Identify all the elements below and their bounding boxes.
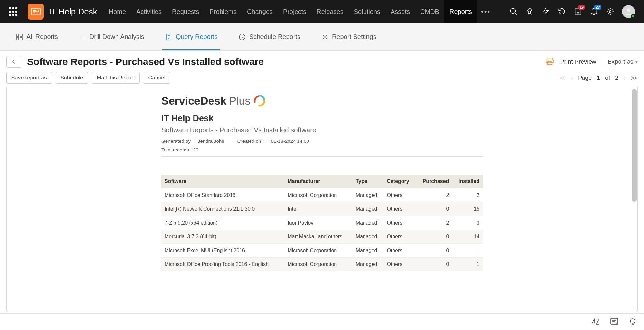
top-nav-problems[interactable]: Problems — [204, 0, 242, 23]
generated-by-value: Jendra John — [198, 138, 224, 144]
app-logo — [28, 4, 44, 20]
cancel-button[interactable]: Cancel — [144, 72, 170, 84]
cell: Others — [384, 230, 416, 244]
svg-point-10 — [324, 36, 326, 38]
cell: Managed — [353, 230, 384, 244]
title-row: Software Reports - Purchased Vs Installe… — [0, 51, 644, 69]
brand-logo: ServiceDesk Plus — [161, 94, 483, 107]
print-preview-link[interactable]: Print Preview — [560, 58, 601, 65]
app-launcher-icon[interactable] — [9, 7, 17, 16]
save-report-as-button[interactable]: Save report as — [6, 72, 52, 84]
pager-next-icon[interactable]: › — [623, 74, 626, 82]
notes-icon[interactable] — [609, 317, 619, 327]
svg-rect-7 — [20, 38, 22, 40]
print-preview-icon[interactable] — [545, 58, 554, 66]
cell: 1 — [452, 258, 483, 271]
top-nav-reports[interactable]: Reports — [444, 0, 477, 23]
svg-point-15 — [630, 319, 635, 323]
report-table: SoftwareManufacturerTypeCategoryPurchase… — [161, 175, 483, 271]
cell: 15 — [452, 202, 483, 216]
bulb-icon[interactable] — [628, 317, 638, 327]
bell-icon[interactable]: 27 — [590, 7, 598, 16]
svg-rect-5 — [20, 34, 22, 36]
sub-tab-drill-down-analysis[interactable]: Drill Down Analysis — [76, 23, 147, 50]
table-row: Microsoft Office Proofing Tools 2016 - E… — [161, 258, 483, 271]
cell: 3 — [452, 216, 483, 230]
top-nav-releases[interactable]: Releases — [311, 0, 348, 23]
svg-rect-4 — [16, 34, 19, 36]
cell: Others — [384, 202, 416, 216]
cell: Mercurial 3.7.3 (64-bit) — [161, 230, 284, 244]
cell: 7-Zip 9.20 (x64 edition) — [161, 216, 284, 230]
table-row: 7-Zip 9.20 (x64 edition)Igor PavlovManag… — [161, 216, 483, 230]
total-records-label: Total records : — [161, 147, 192, 152]
history-icon[interactable] — [558, 7, 566, 16]
presence-dot — [631, 14, 635, 18]
cell: 14 — [452, 230, 483, 244]
pin-icon[interactable] — [526, 7, 534, 16]
brand-light: Plus — [229, 95, 250, 107]
cell: Managed — [353, 188, 384, 202]
back-button[interactable] — [6, 56, 21, 68]
pager-first-icon[interactable]: ≪ — [559, 74, 566, 82]
report-subtitle: Software Reports - Purchased Vs Installe… — [161, 126, 483, 134]
total-records: Total records : 29 — [161, 147, 483, 157]
sub-tab-query-reports[interactable]: Query Reports — [162, 23, 220, 50]
top-nav-solutions[interactable]: Solutions — [349, 0, 385, 23]
sub-tab-all-reports[interactable]: All Reports — [13, 23, 61, 50]
sub-tab-schedule-reports[interactable]: Schedule Reports — [236, 23, 303, 50]
pager-prev-icon[interactable]: ‹ — [571, 74, 573, 82]
table-row: Intel(R) Network Connections 21.1.30.0In… — [161, 202, 483, 216]
cell: Microsoft Office Standard 2016 — [161, 188, 284, 202]
cell: Matt Mackall and others — [284, 230, 353, 244]
bolt-icon[interactable] — [542, 7, 550, 16]
top-nav-changes[interactable]: Changes — [242, 0, 278, 23]
app-title: IT Help Desk — [49, 7, 97, 17]
cell: Managed — [353, 258, 384, 271]
gear-icon[interactable] — [606, 7, 614, 16]
cell: Microsoft Corporation — [284, 188, 353, 202]
pager-last-icon[interactable]: ≫ — [631, 74, 638, 82]
svg-point-3 — [627, 8, 630, 12]
cell: Others — [384, 244, 416, 258]
top-nav-projects[interactable]: Projects — [278, 0, 311, 23]
bell-badge: 27 — [594, 5, 601, 10]
cell: 0 — [416, 258, 452, 271]
pager-current: 1 — [597, 75, 600, 81]
pager: ≪ ‹ Page 1 of 2 › ≫ — [559, 74, 638, 82]
sub-tab-report-settings[interactable]: Report Settings — [318, 23, 379, 50]
chevron-down-icon: ▾ — [635, 60, 638, 64]
page-title: Software Reports - Purchased Vs Installe… — [27, 56, 264, 67]
brand-strong: ServiceDesk — [161, 95, 226, 107]
scrollbar-thumb[interactable] — [632, 89, 637, 202]
top-nav-requests[interactable]: Requests — [167, 0, 204, 23]
top-nav-more-icon[interactable]: ••• — [477, 7, 494, 16]
col-purchased: Purchased — [416, 175, 452, 188]
total-records-value: 29 — [193, 147, 198, 152]
top-nav-home[interactable]: Home — [104, 0, 131, 23]
top-nav-activities[interactable]: Activities — [131, 0, 167, 23]
cell: Microsoft Corporation — [284, 258, 353, 271]
top-nav-assets[interactable]: Assets — [385, 0, 415, 23]
brand-swirl-icon — [253, 94, 266, 107]
schedule-button[interactable]: Schedule — [56, 72, 88, 84]
report-sub-tabs: All ReportsDrill Down AnalysisQuery Repo… — [0, 23, 644, 51]
created-on-value: 01-18-2024 14:00 — [271, 138, 309, 144]
zia-icon[interactable] — [591, 317, 600, 327]
pager-page-label: Page — [578, 75, 592, 81]
scrollbar[interactable] — [632, 88, 637, 310]
mail-report-button[interactable]: Mail this Report — [92, 72, 139, 84]
search-icon[interactable] — [509, 7, 518, 16]
export-as-dropdown[interactable]: Export as ▾ — [608, 58, 638, 65]
cell: 0 — [416, 202, 452, 216]
cell: 1 — [452, 244, 483, 258]
top-nav: HomeActivitiesRequestsProblemsChangesPro… — [104, 0, 477, 23]
avatar[interactable] — [622, 5, 635, 18]
inbox-icon[interactable]: 19 — [574, 7, 582, 16]
top-nav-cmdb[interactable]: CMDB — [415, 0, 444, 23]
col-manufacturer: Manufacturer — [284, 175, 353, 188]
inbox-badge: 19 — [578, 5, 585, 10]
cell: Intel — [284, 202, 353, 216]
action-button-row: Save report as Schedule Mail this Report… — [0, 69, 644, 87]
cell: 2 — [452, 188, 483, 202]
